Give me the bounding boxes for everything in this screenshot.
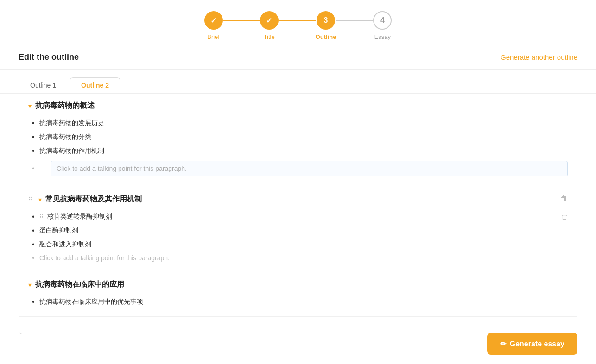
- chevron-down-icon-3[interactable]: ▾: [28, 281, 32, 289]
- step-title-label: Title: [264, 33, 275, 40]
- step-title-circle: ✓: [260, 11, 279, 30]
- step-title-step: ✓ Title: [260, 11, 279, 40]
- section-2-header: ⠿ ▾ 常见抗病毒药物及其作用机制: [28, 195, 568, 204]
- section-3: ▾ 抗病毒药物在临床中的应用 抗病毒药物在临床应用中的优先事项: [19, 272, 577, 317]
- step-essay-circle: 4: [373, 11, 392, 30]
- section-2-title: 常见抗病毒药物及其作用机制: [45, 195, 142, 204]
- talking-point-input-1[interactable]: [51, 161, 568, 176]
- list-item: ⠿ 核苷类逆转录酶抑制剂 🗑: [28, 210, 568, 224]
- drag-handle-icon-2[interactable]: ⠿: [28, 196, 33, 203]
- list-item: 蛋白酶抑制剂: [28, 224, 568, 238]
- list-item: 抗病毒药物的分类: [28, 130, 568, 144]
- outline-content[interactable]: ▾ 抗病毒药物的概述 抗病毒药物的发展历史 抗病毒药物的分类 抗病毒药物的作用机…: [19, 94, 577, 334]
- check-icon: ✓: [210, 16, 216, 25]
- generate-another-outline-link[interactable]: Generate another outline: [501, 53, 577, 61]
- section-1-list: 抗病毒药物的发展历史 抗病毒药物的分类 抗病毒药物的作用机制: [28, 116, 568, 179]
- step-outline-label: Outline: [316, 33, 336, 40]
- step-outline: 3 Outline: [316, 11, 336, 40]
- line-3: [336, 20, 373, 21]
- section-3-header: ▾ 抗病毒药物在临床中的应用: [28, 280, 568, 289]
- talking-point-placeholder-2[interactable]: Click to add a talking point for this pa…: [28, 251, 568, 264]
- list-item: 抗病毒药物在临床应用中的优先事项: [28, 295, 568, 309]
- generate-essay-button[interactable]: ✏ Generate essay: [487, 333, 577, 355]
- step-outline-circle: 3: [317, 11, 335, 30]
- chevron-down-icon-2[interactable]: ▾: [38, 196, 42, 203]
- step-outline-step: 3 Outline: [316, 11, 336, 40]
- talking-point-placeholder-1[interactable]: [28, 158, 568, 179]
- step-essay-number: 4: [380, 16, 385, 25]
- tab-outline1[interactable]: Outline 1: [19, 77, 68, 93]
- progress-bar: ✓ Brief ✓ Title 3 Outline 4 Essay: [0, 0, 596, 48]
- sub-drag-icon-1[interactable]: ⠿: [39, 213, 44, 220]
- step-essay-label: Essay: [374, 33, 391, 40]
- pencil-icon: ✏: [500, 339, 506, 348]
- check-icon-2: ✓: [266, 16, 272, 25]
- step-essay-step: 4 Essay: [373, 11, 392, 40]
- section-1: ▾ 抗病毒药物的概述 抗病毒药物的发展历史 抗病毒药物的分类 抗病毒药物的作用机…: [19, 94, 577, 187]
- section-3-title: 抗病毒药物在临床中的应用: [35, 280, 124, 289]
- step-brief-label: Brief: [207, 33, 220, 40]
- section-2-list: ⠿ 核苷类逆转录酶抑制剂 🗑 蛋白酶抑制剂 融合和进入抑制剂 Click to …: [28, 210, 568, 264]
- step-brief-step: ✓ Brief: [204, 11, 223, 40]
- tab-area: Outline 1 Outline 2: [0, 70, 596, 94]
- step-brief-circle: ✓: [204, 11, 223, 30]
- section-1-title: 抗病毒药物的概述: [35, 101, 95, 111]
- tab-outline2[interactable]: Outline 2: [70, 77, 120, 93]
- step-outline-number: 3: [324, 16, 328, 25]
- step-brief: ✓ Brief: [204, 11, 223, 40]
- line-1: [223, 20, 260, 21]
- chevron-down-icon-1[interactable]: ▾: [28, 102, 32, 110]
- list-item: 抗病毒药物的发展历史: [28, 116, 568, 130]
- section-2: ⠿ ▾ 常见抗病毒药物及其作用机制 🗑 ⠿ 核苷类逆转录酶抑制剂 🗑 蛋白酶抑制…: [19, 187, 577, 272]
- step-essay: 4 Essay: [373, 11, 392, 40]
- line-2: [279, 20, 316, 21]
- section-1-header: ▾ 抗病毒药物的概述: [28, 101, 568, 111]
- sub-delete-icon-1[interactable]: 🗑: [561, 213, 568, 220]
- delete-section-2-icon[interactable]: 🗑: [560, 195, 568, 203]
- generate-essay-label: Generate essay: [510, 340, 564, 348]
- step-title: ✓ Title: [260, 11, 279, 40]
- list-item: 抗病毒药物的作用机制: [28, 144, 568, 158]
- page-title: Edit the outline: [19, 52, 79, 62]
- header-row: Edit the outline Generate another outlin…: [0, 48, 596, 70]
- list-item: 融合和进入抑制剂: [28, 238, 568, 251]
- section-3-list: 抗病毒药物在临床应用中的优先事项: [28, 295, 568, 309]
